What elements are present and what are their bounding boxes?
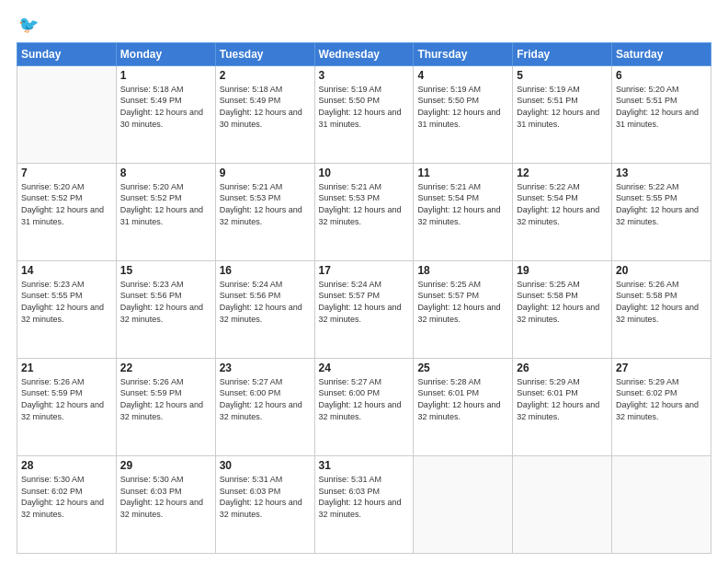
calendar-cell xyxy=(414,455,513,553)
day-number: 25 xyxy=(417,362,508,374)
calendar-cell: 22Sunrise: 5:26 AMSunset: 5:59 PMDayligh… xyxy=(116,358,215,455)
calendar-cell xyxy=(17,65,117,163)
calendar-cell: 5Sunrise: 5:19 AMSunset: 5:51 PMDaylight… xyxy=(513,65,612,163)
cell-info: Sunrise: 5:30 AMSunset: 6:03 PMDaylight:… xyxy=(120,474,211,520)
day-number: 28 xyxy=(21,459,112,472)
calendar-cell: 20Sunrise: 5:26 AMSunset: 5:58 PMDayligh… xyxy=(612,260,711,358)
calendar-cell: 13Sunrise: 5:22 AMSunset: 5:55 PMDayligh… xyxy=(612,163,711,260)
cell-info: Sunrise: 5:19 AMSunset: 5:50 PMDaylight:… xyxy=(319,84,410,130)
cell-info: Sunrise: 5:22 AMSunset: 5:54 PMDaylight:… xyxy=(517,181,608,227)
calendar-cell: 9Sunrise: 5:21 AMSunset: 5:53 PMDaylight… xyxy=(215,163,314,260)
day-number: 12 xyxy=(517,167,608,179)
calendar-cell: 24Sunrise: 5:27 AMSunset: 6:00 PMDayligh… xyxy=(314,358,414,455)
cell-info: Sunrise: 5:26 AMSunset: 5:58 PMDaylight:… xyxy=(616,279,707,325)
cell-info: Sunrise: 5:20 AMSunset: 5:52 PMDaylight:… xyxy=(21,181,112,227)
day-number: 26 xyxy=(517,362,608,374)
day-number: 21 xyxy=(21,362,112,374)
logo-bird-icon: 🐦 xyxy=(18,17,39,35)
day-number: 11 xyxy=(417,167,508,179)
calendar-cell: 3Sunrise: 5:19 AMSunset: 5:50 PMDaylight… xyxy=(314,65,414,163)
calendar-cell: 31Sunrise: 5:31 AMSunset: 6:03 PMDayligh… xyxy=(314,455,414,553)
calendar-cell: 17Sunrise: 5:24 AMSunset: 5:57 PMDayligh… xyxy=(314,260,414,358)
cell-info: Sunrise: 5:30 AMSunset: 6:02 PMDaylight:… xyxy=(21,474,112,520)
day-number: 23 xyxy=(220,362,311,374)
calendar-cell: 12Sunrise: 5:22 AMSunset: 5:54 PMDayligh… xyxy=(513,163,612,260)
cell-info: Sunrise: 5:23 AMSunset: 5:56 PMDaylight:… xyxy=(120,279,211,325)
calendar-cell xyxy=(513,455,612,553)
day-number: 4 xyxy=(417,69,508,82)
calendar-cell: 2Sunrise: 5:18 AMSunset: 5:49 PMDaylight… xyxy=(215,65,314,163)
calendar-cell: 30Sunrise: 5:31 AMSunset: 6:03 PMDayligh… xyxy=(215,455,314,553)
calendar-cell: 21Sunrise: 5:26 AMSunset: 5:59 PMDayligh… xyxy=(17,358,117,455)
cell-info: Sunrise: 5:20 AMSunset: 5:52 PMDaylight:… xyxy=(120,181,211,227)
cell-info: Sunrise: 5:18 AMSunset: 5:49 PMDaylight:… xyxy=(220,84,311,130)
cell-info: Sunrise: 5:24 AMSunset: 5:56 PMDaylight:… xyxy=(220,279,311,325)
calendar-cell: 18Sunrise: 5:25 AMSunset: 5:57 PMDayligh… xyxy=(414,260,513,358)
cell-info: Sunrise: 5:21 AMSunset: 5:53 PMDaylight:… xyxy=(319,181,410,227)
cell-info: Sunrise: 5:26 AMSunset: 5:59 PMDaylight:… xyxy=(120,376,211,422)
day-number: 14 xyxy=(21,264,112,277)
header-monday: Monday xyxy=(116,42,215,65)
day-number: 30 xyxy=(220,459,311,472)
day-number: 5 xyxy=(517,69,608,82)
day-number: 8 xyxy=(120,167,211,179)
day-number: 24 xyxy=(319,362,410,374)
header-tuesday: Tuesday xyxy=(215,42,314,65)
calendar-cell: 4Sunrise: 5:19 AMSunset: 5:50 PMDaylight… xyxy=(414,65,513,163)
day-number: 20 xyxy=(616,264,707,277)
cell-info: Sunrise: 5:22 AMSunset: 5:55 PMDaylight:… xyxy=(616,181,707,227)
calendar-cell: 7Sunrise: 5:20 AMSunset: 5:52 PMDaylight… xyxy=(17,163,117,260)
day-number: 9 xyxy=(220,167,311,179)
header: 🐦 xyxy=(17,17,711,33)
calendar-cell: 26Sunrise: 5:29 AMSunset: 6:01 PMDayligh… xyxy=(513,358,612,455)
day-number: 3 xyxy=(319,69,410,82)
calendar-cell: 25Sunrise: 5:28 AMSunset: 6:01 PMDayligh… xyxy=(414,358,513,455)
cell-info: Sunrise: 5:19 AMSunset: 5:50 PMDaylight:… xyxy=(417,84,508,130)
cell-info: Sunrise: 5:31 AMSunset: 6:03 PMDaylight:… xyxy=(220,474,311,520)
day-number: 13 xyxy=(616,167,707,179)
calendar-cell xyxy=(612,455,711,553)
calendar-cell: 15Sunrise: 5:23 AMSunset: 5:56 PMDayligh… xyxy=(116,260,215,358)
cell-info: Sunrise: 5:26 AMSunset: 5:59 PMDaylight:… xyxy=(21,376,112,422)
day-number: 7 xyxy=(21,167,112,179)
calendar-cell: 28Sunrise: 5:30 AMSunset: 6:02 PMDayligh… xyxy=(17,455,117,553)
day-number: 27 xyxy=(616,362,707,374)
page: 🐦 SundayMondayTuesdayWednesdayThursdayFr… xyxy=(0,0,728,563)
cell-info: Sunrise: 5:20 AMSunset: 5:51 PMDaylight:… xyxy=(616,84,707,130)
calendar-cell: 29Sunrise: 5:30 AMSunset: 6:03 PMDayligh… xyxy=(116,455,215,553)
header-thursday: Thursday xyxy=(414,42,513,65)
day-number: 16 xyxy=(220,264,311,277)
cell-info: Sunrise: 5:28 AMSunset: 6:01 PMDaylight:… xyxy=(417,376,508,422)
calendar-cell: 1Sunrise: 5:18 AMSunset: 5:49 PMDaylight… xyxy=(116,65,215,163)
calendar-cell: 6Sunrise: 5:20 AMSunset: 5:51 PMDaylight… xyxy=(612,65,711,163)
cell-info: Sunrise: 5:31 AMSunset: 6:03 PMDaylight:… xyxy=(319,474,410,520)
cell-info: Sunrise: 5:19 AMSunset: 5:51 PMDaylight:… xyxy=(517,84,608,130)
cell-info: Sunrise: 5:18 AMSunset: 5:49 PMDaylight:… xyxy=(120,84,211,130)
calendar-cell: 14Sunrise: 5:23 AMSunset: 5:55 PMDayligh… xyxy=(17,260,117,358)
cell-info: Sunrise: 5:27 AMSunset: 6:00 PMDaylight:… xyxy=(319,376,410,422)
cell-info: Sunrise: 5:23 AMSunset: 5:55 PMDaylight:… xyxy=(21,279,112,325)
calendar-cell: 19Sunrise: 5:25 AMSunset: 5:58 PMDayligh… xyxy=(513,260,612,358)
header-friday: Friday xyxy=(513,42,612,65)
header-sunday: Sunday xyxy=(17,42,117,65)
day-number: 6 xyxy=(616,69,707,82)
header-wednesday: Wednesday xyxy=(314,42,414,65)
day-number: 31 xyxy=(319,459,410,472)
cell-info: Sunrise: 5:27 AMSunset: 6:00 PMDaylight:… xyxy=(220,376,311,422)
cell-info: Sunrise: 5:25 AMSunset: 5:57 PMDaylight:… xyxy=(417,279,508,325)
logo: 🐦 xyxy=(17,17,39,33)
day-number: 2 xyxy=(220,69,311,82)
day-number: 10 xyxy=(319,167,410,179)
calendar-cell: 16Sunrise: 5:24 AMSunset: 5:56 PMDayligh… xyxy=(215,260,314,358)
calendar-cell: 27Sunrise: 5:29 AMSunset: 6:02 PMDayligh… xyxy=(612,358,711,455)
day-number: 19 xyxy=(517,264,608,277)
cell-info: Sunrise: 5:21 AMSunset: 5:54 PMDaylight:… xyxy=(417,181,508,227)
calendar-cell: 10Sunrise: 5:21 AMSunset: 5:53 PMDayligh… xyxy=(314,163,414,260)
cell-info: Sunrise: 5:25 AMSunset: 5:58 PMDaylight:… xyxy=(517,279,608,325)
day-number: 29 xyxy=(120,459,211,472)
day-number: 22 xyxy=(120,362,211,374)
day-number: 15 xyxy=(120,264,211,277)
cell-info: Sunrise: 5:29 AMSunset: 6:02 PMDaylight:… xyxy=(616,376,707,422)
cell-info: Sunrise: 5:29 AMSunset: 6:01 PMDaylight:… xyxy=(517,376,608,422)
cell-info: Sunrise: 5:24 AMSunset: 5:57 PMDaylight:… xyxy=(319,279,410,325)
